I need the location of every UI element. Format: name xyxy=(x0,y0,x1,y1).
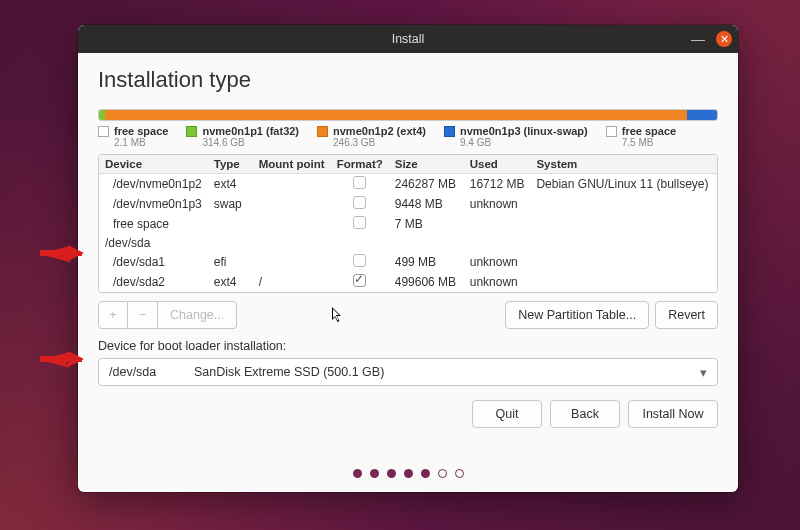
cell: 16712 MB xyxy=(464,174,531,195)
legend-title: free space xyxy=(622,125,676,137)
column-header[interactable]: Device xyxy=(99,155,208,174)
legend-title: nvme0n1p1 (fat32) xyxy=(202,125,299,137)
legend-item: nvme0n1p1 (fat32)314.6 GB xyxy=(186,125,299,148)
legend-swatch xyxy=(444,126,455,137)
cell: 499606 MB xyxy=(389,272,464,292)
format-checkbox[interactable] xyxy=(353,176,366,189)
partition-toolbar: + − Change... New Partition Table... Rev… xyxy=(98,301,718,329)
legend-size: 9.4 GB xyxy=(460,137,588,148)
annotation-arrow xyxy=(40,350,82,370)
install-now-button[interactable]: Install Now xyxy=(628,400,718,428)
cell: 7 MB xyxy=(389,214,464,234)
minimize-button[interactable]: — xyxy=(690,31,706,47)
cell xyxy=(331,194,389,214)
column-header[interactable]: Type xyxy=(208,155,253,174)
table-row[interactable]: free space7 MB xyxy=(99,214,717,234)
bootloader-select[interactable]: /dev/sda SanDisk Extreme SSD (500.1 GB) … xyxy=(98,358,718,386)
cell: unknown xyxy=(464,272,531,292)
cell xyxy=(331,214,389,234)
cell: unknown xyxy=(464,194,531,214)
legend-item: nvme0n1p2 (ext4)246.3 GB xyxy=(317,125,426,148)
legend-swatch xyxy=(606,126,617,137)
bootloader-label: Device for boot loader installation: xyxy=(98,339,718,353)
legend-item: nvme0n1p3 (linux-swap)9.4 GB xyxy=(444,125,588,148)
legend-title: nvme0n1p3 (linux-swap) xyxy=(460,125,588,137)
cell: /dev/sda2 xyxy=(99,272,208,292)
legend-size: 246.3 GB xyxy=(333,137,426,148)
cell xyxy=(331,272,389,292)
progress-dots xyxy=(78,469,738,478)
legend-item: free space2.1 MB xyxy=(98,125,168,148)
legend-title: free space xyxy=(114,125,168,137)
cell xyxy=(253,252,331,272)
table-row[interactable]: /dev/nvme0n1p3swap9448 MBunknown xyxy=(99,194,717,214)
table-row[interactable]: /dev/sda1efi499 MBunknown xyxy=(99,252,717,272)
close-button[interactable]: ✕ xyxy=(716,31,732,47)
device-header: /dev/sda xyxy=(99,234,717,252)
cell: Debian GNU/Linux 11 (bullseye) xyxy=(530,174,717,195)
content-area: Installation type free space2.1 MBnvme0n… xyxy=(78,53,738,492)
cell: unknown xyxy=(464,252,531,272)
cell: /dev/nvme0n1p3 xyxy=(99,194,208,214)
remove-partition-button[interactable]: − xyxy=(128,301,158,329)
progress-dot xyxy=(438,469,447,478)
legend-swatch xyxy=(317,126,328,137)
page-title: Installation type xyxy=(98,67,718,93)
format-checkbox[interactable] xyxy=(353,274,366,287)
cell xyxy=(331,174,389,195)
add-partition-button[interactable]: + xyxy=(98,301,128,329)
cell: 9448 MB xyxy=(389,194,464,214)
cell xyxy=(530,194,717,214)
cell: ext4 xyxy=(208,174,253,195)
format-checkbox[interactable] xyxy=(353,254,366,267)
column-header[interactable]: Size xyxy=(389,155,464,174)
cell: /dev/sda1 xyxy=(99,252,208,272)
bootloader-device: /dev/sda xyxy=(109,365,194,379)
installer-window: Install — ✕ Installation type free space… xyxy=(78,25,738,492)
progress-dot xyxy=(370,469,379,478)
cell xyxy=(253,214,331,234)
cell xyxy=(530,272,717,292)
progress-dot xyxy=(404,469,413,478)
format-checkbox[interactable] xyxy=(353,216,366,229)
annotation-arrow xyxy=(40,244,82,264)
new-partition-table-button[interactable]: New Partition Table... xyxy=(505,301,649,329)
titlebar: Install — ✕ xyxy=(78,25,738,53)
cell xyxy=(253,174,331,195)
column-header[interactable]: System xyxy=(530,155,717,174)
progress-dot xyxy=(421,469,430,478)
revert-button[interactable]: Revert xyxy=(655,301,718,329)
format-checkbox[interactable] xyxy=(353,196,366,209)
cell xyxy=(208,214,253,234)
column-header[interactable]: Mount point xyxy=(253,155,331,174)
cell: /dev/nvme0n1p2 xyxy=(99,174,208,195)
cell: efi xyxy=(208,252,253,272)
footer-buttons: Quit Back Install Now xyxy=(98,400,718,428)
usage-segment xyxy=(687,110,717,120)
back-button[interactable]: Back xyxy=(550,400,620,428)
legend-title: nvme0n1p2 (ext4) xyxy=(333,125,426,137)
chevron-down-icon: ▾ xyxy=(700,365,707,380)
bootloader-desc: SanDisk Extreme SSD (500.1 GB) xyxy=(194,365,384,379)
quit-button[interactable]: Quit xyxy=(472,400,542,428)
progress-dot xyxy=(353,469,362,478)
column-header[interactable]: Format? xyxy=(331,155,389,174)
disk-legend: free space2.1 MBnvme0n1p1 (fat32)314.6 G… xyxy=(98,125,718,148)
legend-size: 7.5 MB xyxy=(622,137,676,148)
cell: 246287 MB xyxy=(389,174,464,195)
cell xyxy=(331,252,389,272)
window-title: Install xyxy=(392,32,425,46)
progress-dot xyxy=(455,469,464,478)
table-row[interactable]: /dev/nvme0n1p2ext4246287 MB16712 MBDebia… xyxy=(99,174,717,195)
cell: swap xyxy=(208,194,253,214)
cell xyxy=(530,252,717,272)
table-row[interactable]: /dev/sda2ext4/499606 MBunknown xyxy=(99,272,717,292)
cell: ext4 xyxy=(208,272,253,292)
table-row[interactable]: /dev/sda xyxy=(99,234,717,252)
partition-table[interactable]: DeviceTypeMount pointFormat?SizeUsedSyst… xyxy=(98,154,718,293)
change-partition-button[interactable]: Change... xyxy=(158,301,237,329)
usage-segment xyxy=(105,110,687,120)
column-header[interactable]: Used xyxy=(464,155,531,174)
cell: free space xyxy=(99,214,208,234)
close-icon: ✕ xyxy=(720,34,729,45)
